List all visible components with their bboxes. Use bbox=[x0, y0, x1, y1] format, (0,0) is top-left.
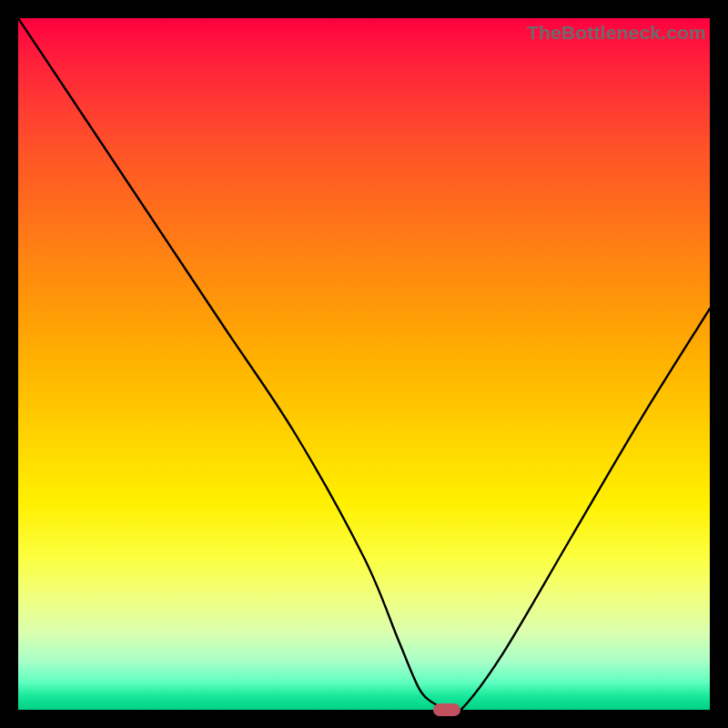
watermark-label: TheBottleneck.com bbox=[527, 22, 706, 44]
bottleneck-curve bbox=[18, 18, 710, 710]
optimal-point-marker bbox=[433, 703, 460, 716]
chart-container: TheBottleneck.com bbox=[0, 0, 728, 728]
